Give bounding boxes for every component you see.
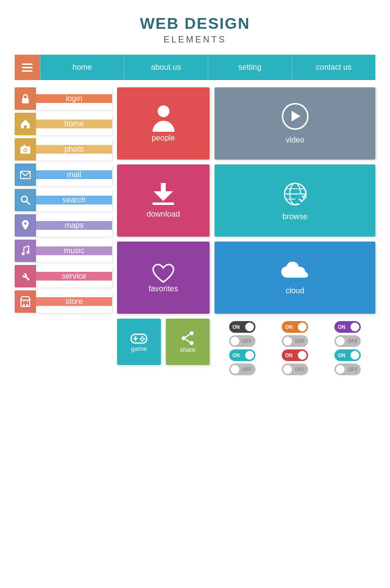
toggle-switch-5[interactable]: OFF [282,335,308,347]
toggle-1[interactable]: ON [217,321,267,333]
sidebar-item-home[interactable]: home [15,113,112,135]
tile-download[interactable]: download [117,164,210,237]
toggle-10[interactable]: OFF [217,364,267,375]
svg-rect-11 [21,300,30,306]
toggle-switch-9[interactable]: ON [334,349,361,361]
hamburger-icon [22,63,33,72]
svg-line-31 [186,334,190,337]
toggle-knob [298,323,307,331]
toggle-section: ON ON ON [214,319,375,378]
svg-point-12 [23,304,25,306]
toggle-switch-8[interactable]: ON [282,349,308,361]
toggle-4[interactable]: OFF [217,335,267,347]
music-icon [15,240,36,262]
sidebar-item-music[interactable]: music [15,240,112,262]
sidebar-item-service[interactable]: service [15,265,112,287]
tile-cloud[interactable]: cloud [214,242,375,314]
play-circle-icon [282,103,309,130]
svg-point-9 [22,252,25,255]
toggle-2[interactable]: ON [270,321,320,333]
svg-rect-4 [23,145,25,147]
tile-video[interactable]: video [214,87,375,160]
share-icon [180,330,195,346]
grid-row-3: favorites cloud [117,242,375,314]
globe-icon [282,181,309,207]
right-grid: people video download [117,87,375,378]
play-triangle-icon [292,111,300,122]
toggle-switch-6[interactable]: OFF [334,335,361,347]
maps-icon [15,214,36,237]
tile-favorites[interactable]: favorites [117,242,210,314]
toggle-knob [245,323,254,331]
nav-item-about-us[interactable]: about us [124,55,208,80]
toggle-knob [231,337,239,345]
toggle-3[interactable]: ON [323,321,373,333]
toggle-switch-11[interactable]: OFF [282,364,308,375]
toggle-switch-4[interactable]: OFF [229,335,255,347]
tile-share[interactable]: share [166,319,210,365]
toggle-knob [231,365,239,374]
svg-point-26 [140,338,142,340]
svg-point-3 [24,149,27,152]
svg-point-10 [27,251,30,254]
sidebar-item-maps[interactable]: maps [15,214,112,237]
photo-icon [15,138,36,161]
tile-game[interactable]: game [117,319,161,365]
grid-row-1: people video [117,87,375,160]
svg-point-25 [143,338,145,340]
svg-point-24 [141,336,143,338]
toggle-5[interactable]: OFF [270,335,320,347]
toggle-switch-7[interactable]: ON [229,349,255,361]
svg-point-8 [24,223,27,225]
svg-line-7 [27,202,30,204]
service-icon [15,265,36,287]
hamburger-button[interactable] [15,55,40,80]
gamepad-icon [130,331,148,345]
page-header: WEB DESIGN ELEMENTS [0,0,390,55]
toggle-knob [351,351,359,360]
search-icon [15,189,36,211]
toggle-switch-3[interactable]: ON [334,321,361,333]
mail-icon [15,163,36,186]
heart-icon [151,263,176,284]
sidebar-item-search[interactable]: search [15,189,112,211]
toggle-8[interactable]: ON [270,349,320,361]
toggle-11[interactable]: OFF [270,364,320,375]
svg-point-27 [141,340,143,342]
toggle-9[interactable]: ON [323,349,373,361]
nav-item-home[interactable]: home [40,55,124,80]
sidebar-item-login[interactable]: login [15,87,112,110]
sidebar-item-mail[interactable]: mail [15,163,112,186]
svg-rect-0 [22,98,29,103]
toggle-7[interactable]: ON [217,349,267,361]
toggle-knob [283,337,292,345]
navbar: home about us setting contact us [15,55,375,80]
sidebar: login home photo [15,87,112,378]
grid-row-4: game share ON [117,319,375,378]
tile-people[interactable]: people [117,87,210,160]
lock-icon [15,87,36,110]
sidebar-item-store[interactable]: store [15,290,112,313]
main-content: login home photo [15,87,375,378]
home-icon [15,113,36,135]
cloud-icon [280,261,310,283]
toggle-knob [336,365,345,374]
toggle-switch-2[interactable]: ON [282,321,308,333]
toggle-switch-12[interactable]: OFF [334,364,361,375]
tile-browse[interactable]: browse [214,164,375,237]
toggle-switch-1[interactable]: ON [229,321,255,333]
toggle-knob [336,337,345,345]
grid-row-2: download browse [117,164,375,237]
toggle-6[interactable]: OFF [323,335,373,347]
svg-point-13 [26,304,28,306]
page-subtitle: ELEMENTS [0,35,390,45]
store-icon [15,290,36,313]
sidebar-item-photo[interactable]: photo [15,138,112,161]
toggle-knob [283,365,292,374]
svg-point-28 [190,331,194,335]
toggle-12[interactable]: OFF [323,364,373,375]
nav-item-setting[interactable]: setting [208,55,292,80]
nav-item-contact-us[interactable]: contact us [292,55,375,80]
svg-point-30 [190,341,194,345]
toggle-switch-10[interactable]: OFF [229,364,255,375]
